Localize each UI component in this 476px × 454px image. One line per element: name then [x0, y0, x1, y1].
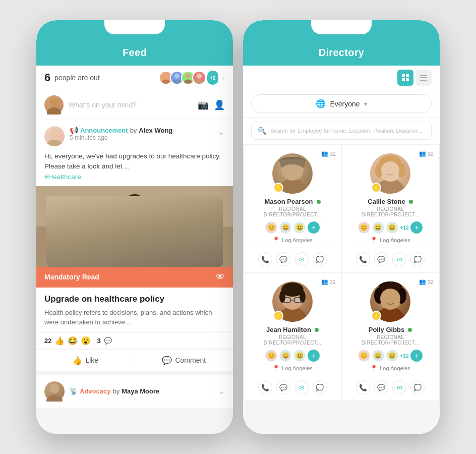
compose-avatar [44, 95, 64, 115]
comment-bubble-icon: 💬 [104, 337, 112, 345]
advocacy-expand-icon[interactable]: ⌄ [218, 386, 225, 396]
connections-icon-2: 👥 [419, 150, 426, 157]
thumbs-up-emoji: 👍 [54, 336, 65, 346]
feed-body: 6 people are out +2 [36, 66, 233, 434]
message-button[interactable]: 💭 [313, 252, 327, 266]
advocacy-by: by [112, 387, 120, 395]
jean-online-dot [315, 328, 319, 332]
jean-message-button[interactable]: 💭 [313, 380, 327, 394]
out-plus-badge: +2 [207, 71, 218, 85]
svg-rect-31 [420, 80, 427, 81]
svg-rect-13 [36, 186, 233, 226]
jean-conn-emoji-1: 😊 [265, 350, 277, 362]
phone-button[interactable]: 📞 [258, 252, 272, 266]
employee-card-jean: 👥 32 [244, 273, 341, 401]
polly-add-connection-button[interactable]: + [410, 350, 423, 362]
compose-bar[interactable]: What's on your mind? 📷 👤 [36, 90, 233, 120]
laugh-emoji: 😂 [68, 336, 78, 346]
post-expand-icon[interactable]: ⌄ [217, 126, 225, 137]
feed-phone: Feed 6 people are out [36, 20, 233, 434]
svg-point-57 [380, 289, 400, 309]
person-icon[interactable]: 👤 [214, 99, 225, 110]
polly-star-badge: ⭐ [371, 311, 381, 321]
callie-chat-button[interactable]: 💬 [374, 252, 388, 266]
polly-online-dot [408, 328, 412, 332]
jean-chat-button[interactable]: 💬 [276, 380, 290, 394]
mandatory-bar: Mandatory Read 👁 [36, 267, 233, 288]
mason-online-dot [317, 200, 321, 204]
search-icon: 🔍 [258, 127, 266, 135]
advocacy-row[interactable]: 📡 Advocacy by Maya Moore ⌄ [36, 375, 233, 408]
post-header: 📢 Announcement by Alex Wong 5 minutes ag… [36, 120, 233, 149]
mason-star-badge: ⭐ [273, 183, 283, 193]
comment-button[interactable]: 💬 Comment [135, 350, 233, 371]
camera-icon[interactable]: 📷 [198, 99, 209, 110]
post-hashtag[interactable]: #Healthcare [44, 173, 81, 181]
dir-filter: 🌐 Everyone ▾ [243, 90, 440, 118]
email-button[interactable]: ✉ [294, 252, 309, 266]
mason-connections: 👥 32 [321, 150, 336, 157]
polly-message-button[interactable]: 💭 [410, 380, 425, 394]
callie-add-connection-button[interactable]: + [410, 221, 423, 234]
polly-chat-button[interactable]: 💬 [374, 380, 388, 394]
callie-email-button[interactable]: ✉ [392, 252, 406, 266]
feed-header: Feed [36, 20, 233, 66]
polly-phone-button[interactable]: 📞 [356, 380, 370, 394]
out-count: 6 [44, 71, 50, 84]
polly-email-button[interactable]: ✉ [392, 380, 406, 394]
svg-point-16 [124, 201, 145, 225]
list-view-button[interactable] [415, 70, 432, 86]
chat-button[interactable]: 💬 [276, 252, 290, 266]
svg-point-21 [124, 194, 145, 213]
search-box[interactable]: 🔍 Search for Employee full name, Locatio… [251, 122, 432, 140]
add-connection-button[interactable]: + [308, 221, 320, 234]
polly-location: 📍 Log Angeles [370, 365, 410, 372]
chevron-right-icon[interactable]: › [222, 73, 225, 82]
out-text: people are out [54, 74, 155, 82]
like-icon: 👍 [72, 356, 82, 365]
jean-conn-emoji-3: 😃 [293, 350, 306, 362]
directory-phone: Directory 🌐 Everyone ▾ [243, 20, 440, 434]
conn-emoji-2: 😄 [279, 221, 291, 234]
callie-message-button[interactable]: 💭 [410, 252, 425, 266]
employee-card-polly: 👥 32 [342, 273, 439, 401]
svg-point-23 [49, 383, 60, 393]
eye-icon: 👁 [216, 272, 225, 282]
callie-conn-emoji-3: 😃 [386, 221, 398, 234]
jean-phone-button[interactable]: 📞 [258, 380, 272, 394]
post-reactions: 22 👍 😂 😮 3 💬 [36, 332, 233, 349]
callie-phone-button[interactable]: 📞 [356, 252, 370, 266]
advocacy-type-label: Advocacy [80, 387, 110, 395]
svg-point-8 [49, 97, 58, 106]
employee-card-mason: 👥 32 [244, 145, 341, 272]
post-by: by [130, 127, 137, 134]
jean-name: Jean Hamilton [266, 326, 319, 333]
callie-role: REGIONAL DIRECTOR/PROJECT... [348, 206, 433, 217]
svg-rect-12 [36, 186, 233, 267]
compose-placeholder[interactable]: What's on your mind? [69, 101, 193, 109]
jean-add-connection-button[interactable]: + [308, 350, 320, 362]
mason-name: Mason Pearson [264, 198, 320, 205]
everyone-filter-dropdown[interactable]: 🌐 Everyone ▾ [251, 94, 432, 113]
jean-role: REGIONAL DIRECTOR/PROJECT... [250, 334, 335, 346]
out-bar[interactable]: 6 people are out +2 [36, 66, 233, 90]
polly-conn-emoji-2: 😄 [372, 350, 384, 362]
callie-location-icon: 📍 [370, 237, 378, 244]
wow-emoji: 😮 [81, 336, 91, 346]
connections-icon-4: 👥 [419, 278, 426, 285]
svg-point-49 [279, 291, 285, 303]
svg-rect-27 [402, 78, 405, 81]
jean-email-button[interactable]: ✉ [294, 380, 309, 394]
search-placeholder: Search for Employee full name, Location,… [270, 128, 425, 134]
jean-connections-row: 😊 😄 😃 + [265, 350, 320, 362]
callie-name: Callie Stone [368, 198, 412, 205]
directory-body: 🌐 Everyone ▾ 🔍 Search for Employee full … [243, 66, 440, 434]
post-actions: 👍 Like 💬 Comment [36, 349, 233, 371]
dir-search: 🔍 Search for Employee full name, Locatio… [243, 118, 440, 144]
grid-view-button[interactable] [397, 70, 413, 86]
svg-point-1 [162, 79, 170, 85]
comment-count: 3 [97, 337, 100, 345]
post-time: 5 minutes ago [70, 134, 212, 141]
like-button[interactable]: 👍 Like [36, 350, 135, 371]
compose-icons: 📷 👤 [198, 99, 225, 110]
